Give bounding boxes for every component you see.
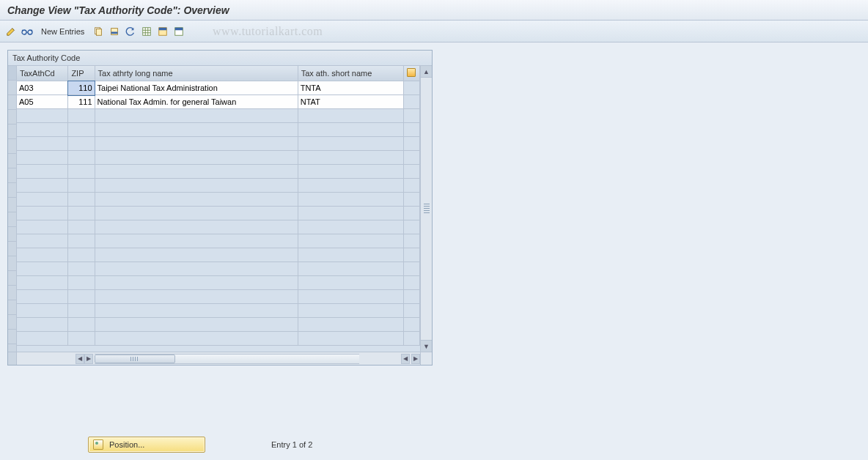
deselect-all-icon[interactable] — [172, 25, 185, 38]
table-row-empty[interactable] — [17, 332, 420, 346]
save-grid-icon[interactable] — [140, 25, 153, 38]
data-grid[interactable]: TaxAthCd ZIP Tax athrty long name Tax at… — [17, 66, 420, 346]
scroll-up-icon[interactable]: ▲ — [421, 66, 432, 78]
table-row-empty[interactable] — [17, 109, 420, 123]
svg-rect-7 — [159, 27, 167, 30]
cell-long[interactable]: Taipei National Tax Administration — [95, 81, 298, 95]
grid-wrap: TaxAthCd ZIP Tax athrty long name Tax at… — [8, 66, 432, 352]
svg-rect-9 — [175, 27, 183, 30]
entry-status: Entry 1 of 2 — [271, 440, 312, 449]
table-row-empty[interactable] — [17, 304, 420, 318]
table-row-empty[interactable] — [17, 207, 420, 220]
row-selector-gutter[interactable] — [8, 66, 17, 352]
position-button[interactable]: Position... — [88, 437, 205, 453]
table-row-empty[interactable] — [17, 234, 420, 248]
cell-long[interactable]: National Tax Admin. for general Taiwan — [95, 95, 298, 109]
table-row-empty[interactable] — [17, 137, 420, 151]
table-row-empty[interactable] — [17, 220, 420, 234]
content-area: Tax Authority Code TaxAthCd ZIP Tax athr… — [0, 42, 868, 460]
table-row-empty[interactable] — [17, 290, 420, 304]
select-all-icon[interactable] — [156, 25, 169, 38]
scroll-left-end-icon[interactable]: ◀ — [401, 354, 410, 364]
table-row[interactable]: A05111National Tax Admin. for general Ta… — [17, 95, 420, 109]
watermark-text: www.tutorialkart.com — [213, 25, 323, 38]
cell-short[interactable]: NTAT — [298, 95, 404, 109]
new-entries-button[interactable]: New Entries — [37, 26, 89, 37]
table-row-empty[interactable] — [17, 193, 420, 207]
col-header-short[interactable]: Tax ath. short name — [298, 66, 404, 81]
glasses-icon[interactable] — [21, 25, 34, 38]
cell-code[interactable]: A03 — [17, 81, 68, 95]
cell-code[interactable]: A05 — [17, 95, 68, 109]
table-row-empty[interactable] — [17, 123, 420, 137]
copy-icon[interactable] — [92, 25, 105, 38]
scroll-down-icon[interactable]: ▼ — [421, 340, 432, 352]
table-row-empty[interactable] — [17, 165, 420, 179]
position-icon — [93, 439, 103, 450]
table-row-empty[interactable] — [17, 318, 420, 332]
scroll-left-icon[interactable]: ◀ — [76, 354, 84, 364]
table-row-empty[interactable] — [17, 276, 420, 290]
table-row-empty[interactable] — [17, 151, 420, 165]
col-header-code[interactable]: TaxAthCd — [17, 66, 68, 81]
toolbar: New Entries www.tutorialkart.com — [0, 21, 868, 42]
grid-panel: Tax Authority Code TaxAthCd ZIP Tax athr… — [7, 50, 433, 366]
scroll-right-icon[interactable]: ▶ — [84, 354, 93, 364]
position-label: Position... — [109, 440, 144, 449]
page-title: Change View "Tax Authority Code": Overvi… — [7, 4, 229, 16]
title-bar: Change View "Tax Authority Code": Overvi… — [0, 0, 868, 21]
footer: Position... Entry 1 of 2 — [7, 437, 312, 453]
grid-main: TaxAthCd ZIP Tax athrty long name Tax at… — [17, 66, 420, 352]
svg-rect-5 — [143, 27, 151, 35]
col-header-long[interactable]: Tax athrty long name — [95, 66, 298, 81]
undo-icon[interactable] — [124, 25, 137, 38]
table-row[interactable]: A03110Taipei National Tax Administration… — [17, 81, 420, 95]
change-icon[interactable] — [4, 25, 18, 38]
scroll-right-end-icon[interactable]: ▶ — [411, 354, 420, 364]
svg-rect-3 — [97, 29, 102, 35]
delete-icon[interactable] — [108, 25, 121, 38]
configure-columns-icon[interactable] — [404, 66, 420, 81]
table-row-empty[interactable] — [17, 248, 420, 262]
hscroll-thumb[interactable] — [95, 355, 175, 363]
cell-short[interactable]: TNTA — [298, 81, 404, 95]
panel-title: Tax Authority Code — [8, 51, 432, 66]
table-row-empty[interactable] — [17, 262, 420, 276]
scroll-track[interactable] — [421, 78, 432, 340]
cell-zip[interactable]: 110 — [68, 81, 95, 95]
col-header-zip[interactable]: ZIP — [68, 66, 95, 81]
table-row-empty[interactable] — [17, 179, 420, 193]
cell-zip[interactable]: 111 — [68, 95, 95, 109]
horizontal-scrollbar[interactable]: ◀ ▶ ◀ ▶ — [8, 352, 432, 365]
vertical-scrollbar[interactable]: ▲ ▼ — [420, 66, 432, 352]
